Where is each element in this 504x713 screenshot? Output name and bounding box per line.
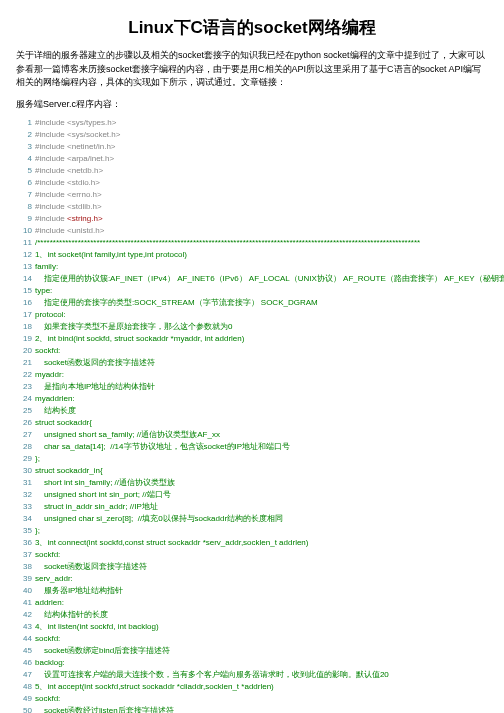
code-line: 35}; <box>16 525 488 537</box>
line-number: 42 <box>16 609 35 621</box>
code-content: struct sockaddr{ <box>35 417 92 429</box>
code-line: 14 指定使用的协议簇:AF_INET（IPv4） AF_INET6（IPv6）… <box>16 273 488 285</box>
line-number: 37 <box>16 549 35 561</box>
line-number: 28 <box>16 441 35 453</box>
line-number: 16 <box>16 297 35 309</box>
line-number: 43 <box>16 621 35 633</box>
line-number: 32 <box>16 489 35 501</box>
code-content: 结构体指针的长度 <box>35 609 108 621</box>
code-content: 如果套接字类型不是原始套接字，那么这个参数就为0 <box>35 321 232 333</box>
code-line: 45 socket函数绑定bind后套接字描述符 <box>16 645 488 657</box>
code-line: 50 socket函数经过listen后套接字描述符 <box>16 705 488 714</box>
line-number: 34 <box>16 513 35 525</box>
code-line: 3#include <netinet/in.h> <box>16 141 488 153</box>
line-number: 3 <box>16 141 35 153</box>
code-line: 39serv_addr: <box>16 573 488 585</box>
code-line: 47 设置可连接客户端的最大连接个数，当有多个客户端向服务器请求时，收到此值的影… <box>16 669 488 681</box>
code-content: #include <sys/types.h> <box>35 117 116 129</box>
code-content: /***************************************… <box>35 237 420 249</box>
code-content: 4、int listen(int sockfd, int backlog) <box>35 621 159 633</box>
code-content: #include <unistd.h> <box>35 225 104 237</box>
line-number: 48 <box>16 681 35 693</box>
line-number: 20 <box>16 345 35 357</box>
code-line: 485、int accept(int sockfd,struct sockadd… <box>16 681 488 693</box>
code-content: 指定使用的套接字的类型:SOCK_STREAM（字节流套接字） SOCK_DGR… <box>35 297 318 309</box>
code-content: 3、int connect(int sockfd,const struct so… <box>35 537 308 549</box>
line-number: 47 <box>16 669 35 681</box>
code-content: #include <netinet/in.h> <box>35 141 116 153</box>
code-content: #include <netdb.h> <box>35 165 103 177</box>
line-number: 19 <box>16 333 35 345</box>
code-line: 18 如果套接字类型不是原始套接字，那么这个参数就为0 <box>16 321 488 333</box>
code-line: 22myaddr: <box>16 369 488 381</box>
line-number: 17 <box>16 309 35 321</box>
code-content: short int sin_family; //通信协议类型族 <box>35 477 175 489</box>
code-line: 30struct sockaddr_in{ <box>16 465 488 477</box>
code-content: 设置可连接客户端的最大连接个数，当有多个客户端向服务器请求时，收到此值的影响。默… <box>35 669 389 681</box>
code-line: 26struct sockaddr{ <box>16 417 488 429</box>
code-content: #include <sys/socket.h> <box>35 129 120 141</box>
code-content: 是指向本地IP地址的结构体指针 <box>35 381 155 393</box>
code-content: socket函数经过listen后套接字描述符 <box>35 705 174 714</box>
line-number: 27 <box>16 429 35 441</box>
code-line: 23 是指向本地IP地址的结构体指针 <box>16 381 488 393</box>
code-content: 1、int socket(int family,int type,int pro… <box>35 249 187 261</box>
code-line: 121、int socket(int family,int type,int p… <box>16 249 488 261</box>
code-content: unsigned short sa_family; //通信协议类型族AF_xx <box>35 429 220 441</box>
line-number: 38 <box>16 561 35 573</box>
line-number: 18 <box>16 321 35 333</box>
code-content: type: <box>35 285 52 297</box>
line-number: 2 <box>16 129 35 141</box>
code-line: 1#include <sys/types.h> <box>16 117 488 129</box>
code-line: 11/*************************************… <box>16 237 488 249</box>
code-line: 37sockfd: <box>16 549 488 561</box>
code-line: 6#include <stdio.h> <box>16 177 488 189</box>
line-number: 12 <box>16 249 35 261</box>
code-line: 5#include <netdb.h> <box>16 165 488 177</box>
code-content: #include <stdio.h> <box>35 177 100 189</box>
code-line: 44sockfd: <box>16 633 488 645</box>
line-number: 33 <box>16 501 35 513</box>
line-number: 8 <box>16 201 35 213</box>
code-content: struct sockaddr_in{ <box>35 465 103 477</box>
line-number: 5 <box>16 165 35 177</box>
code-line: 10#include <unistd.h> <box>16 225 488 237</box>
line-number: 40 <box>16 585 35 597</box>
line-number: 1 <box>16 117 35 129</box>
code-content: struct in_addr sin_addr; //IP地址 <box>35 501 158 513</box>
code-line: 434、int listen(int sockfd, int backlog) <box>16 621 488 633</box>
section-label: 服务端Server.c程序内容： <box>16 98 488 111</box>
code-content: sockfd: <box>35 345 60 357</box>
code-content: unsigned short int sin_port; //端口号 <box>35 489 171 501</box>
code-content: socket函数返回套接字描述符 <box>35 561 147 573</box>
code-line: 363、int connect(int sockfd,const struct … <box>16 537 488 549</box>
line-number: 36 <box>16 537 35 549</box>
line-number: 21 <box>16 357 35 369</box>
code-line: 25 结构长度 <box>16 405 488 417</box>
code-block: 1#include <sys/types.h>2#include <sys/so… <box>16 117 488 714</box>
code-content: 指定使用的协议簇:AF_INET（IPv4） AF_INET6（IPv6） AF… <box>35 273 504 285</box>
code-content: socket函数绑定bind后套接字描述符 <box>35 645 170 657</box>
code-content: myaddrlen: <box>35 393 75 405</box>
code-line: 16 指定使用的套接字的类型:SOCK_STREAM（字节流套接字） SOCK_… <box>16 297 488 309</box>
line-number: 24 <box>16 393 35 405</box>
line-number: 10 <box>16 225 35 237</box>
line-number: 46 <box>16 657 35 669</box>
code-content: backlog: <box>35 657 65 669</box>
line-number: 35 <box>16 525 35 537</box>
code-content: addrlen: <box>35 597 64 609</box>
code-content: sockfd: <box>35 693 60 705</box>
code-line: 34 unsigned char si_zero[8]; //填充0以保持与so… <box>16 513 488 525</box>
code-line: 2#include <sys/socket.h> <box>16 129 488 141</box>
line-number: 11 <box>16 237 35 249</box>
code-content: #include <errno.h> <box>35 189 102 201</box>
code-line: 17protocol: <box>16 309 488 321</box>
line-number: 31 <box>16 477 35 489</box>
line-number: 9 <box>16 213 35 225</box>
line-number: 14 <box>16 273 35 285</box>
line-number: 22 <box>16 369 35 381</box>
code-line: 192、int bind(int sockfd, struct sockaddr… <box>16 333 488 345</box>
code-content: sockfd: <box>35 549 60 561</box>
code-line: 29}; <box>16 453 488 465</box>
code-line: 33 struct in_addr sin_addr; //IP地址 <box>16 501 488 513</box>
